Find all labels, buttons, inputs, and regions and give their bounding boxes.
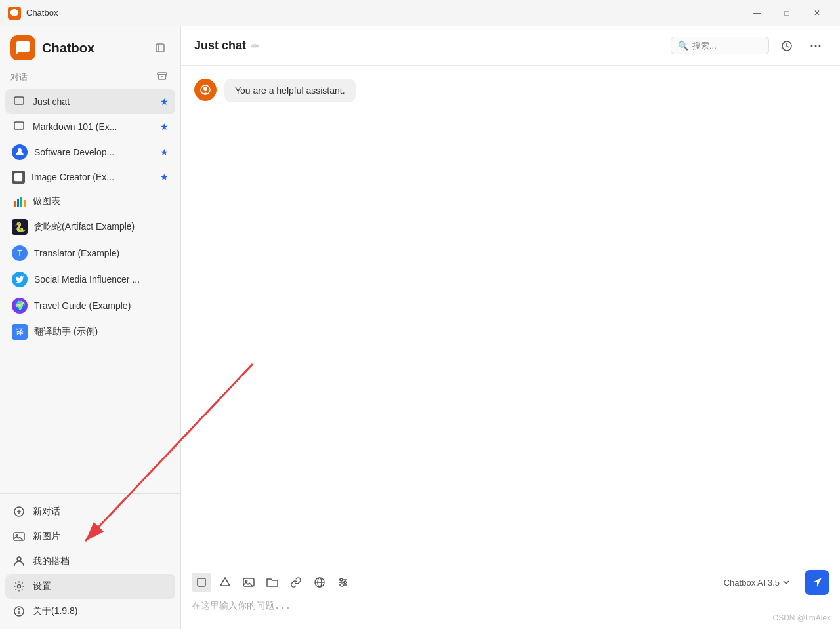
star-icon-markdown: ★	[160, 121, 169, 132]
avatar-social-media	[12, 272, 28, 287]
sidebar: Chatbox 对话	[0, 26, 181, 629]
conversations-list: Just chat ★ Markdown 101 (Ex... ★	[0, 87, 180, 493]
search-box[interactable]: 🔍	[671, 37, 769, 54]
sidebar-item-social-media[interactable]: Social Media Influencer ...	[5, 266, 175, 293]
star-icon-just-chat: ★	[160, 96, 169, 107]
image-button[interactable]	[239, 573, 259, 592]
svg-point-31	[245, 580, 247, 582]
chat-input-area: Chatbox AI 3.5	[181, 563, 840, 629]
settings-button[interactable]: 设置	[5, 574, 175, 599]
titlebar: Chatbox — □ ✕	[0, 0, 840, 26]
attach-button[interactable]	[192, 573, 211, 592]
sidebar-collapse-button[interactable]	[150, 38, 170, 58]
main-layout: Chatbox 对话	[0, 26, 840, 629]
svg-rect-0	[156, 44, 164, 52]
sidebar-item-label-image-creator: Image Creator (Ex...	[32, 172, 154, 182]
titlebar-left: Chatbox	[8, 7, 58, 20]
close-button[interactable]: ✕	[802, 0, 832, 26]
archive-button[interactable]	[154, 71, 170, 84]
maximize-button[interactable]: □	[772, 0, 802, 26]
section-label-text: 对话	[10, 71, 28, 83]
gear-icon	[12, 579, 26, 594]
chat-area: Just chat ✏ 🔍	[181, 26, 840, 629]
sidebar-item-translate-helper[interactable]: 译 翻译助手 (示例)	[5, 319, 175, 345]
sidebar-item-label-just-chat: Just chat	[33, 96, 154, 107]
svg-point-23	[811, 45, 813, 47]
svg-rect-28	[198, 578, 205, 586]
info-circle-icon	[12, 604, 26, 619]
sidebar-item-label-travel-guide: Travel Guide (Example)	[34, 300, 169, 311]
minimize-button[interactable]: —	[742, 0, 772, 26]
app-icon	[8, 7, 21, 20]
new-chat-button[interactable]: 新对话	[5, 499, 175, 524]
sidebar-item-chart[interactable]: 做图表	[5, 189, 175, 214]
my-profile-button[interactable]: 我的搭档	[5, 549, 175, 574]
new-image-button[interactable]: 新图片	[5, 524, 175, 549]
star-icon-software-dev: ★	[160, 147, 169, 157]
send-button[interactable]	[805, 570, 830, 595]
svg-rect-6	[14, 173, 22, 181]
model-selector[interactable]: Chatbox AI 3.5	[719, 575, 795, 590]
watermark: CSDN @I'mAlex	[773, 613, 831, 622]
settings-sliders-button[interactable]	[333, 573, 353, 592]
svg-point-18	[18, 585, 21, 588]
about-button[interactable]: 关于(1.9.8)	[5, 599, 175, 624]
clear-button[interactable]	[215, 573, 235, 592]
avatar-software-dev	[12, 144, 28, 160]
search-input[interactable]	[692, 41, 762, 51]
svg-point-38	[340, 578, 343, 581]
avatar-translator: T	[12, 245, 28, 261]
svg-rect-15	[14, 533, 24, 540]
svg-point-21	[18, 609, 20, 610]
chat-toolbar: Chatbox AI 3.5	[192, 570, 830, 595]
sidebar-item-label-chart: 做图表	[33, 195, 169, 207]
chat-messages: You are a helpful assistant.	[181, 66, 840, 563]
chat-header-actions: 🔍	[671, 35, 827, 57]
svg-rect-5	[14, 122, 24, 129]
sidebar-item-image-creator[interactable]: Image Creator (Ex... ★	[5, 165, 175, 189]
sidebar-item-label-snake: 贪吃蛇(Artifact Example)	[34, 221, 169, 233]
web-button[interactable]	[310, 573, 329, 592]
svg-point-24	[815, 45, 817, 47]
sidebar-item-travel-guide[interactable]: 🌍 Travel Guide (Example)	[5, 293, 175, 319]
svg-rect-10	[20, 197, 22, 207]
sidebar-logo: Chatbox	[10, 35, 94, 60]
link-button[interactable]	[286, 573, 306, 592]
chat-square-icon	[12, 94, 26, 109]
avatar-snake: 🐍	[12, 219, 28, 235]
edit-title-icon[interactable]: ✏	[251, 41, 259, 51]
sidebar-item-markdown[interactable]: Markdown 101 (Ex... ★	[5, 114, 175, 139]
chat-title-text: Just chat	[194, 39, 246, 52]
system-message-text: You are a helpful assistant.	[235, 85, 345, 96]
plus-circle-icon	[12, 504, 26, 519]
svg-point-25	[819, 45, 821, 47]
chat-square-icon-markdown	[12, 119, 26, 134]
sidebar-item-translator[interactable]: T Translator (Example)	[5, 240, 175, 266]
system-message: You are a helpful assistant.	[194, 79, 827, 102]
chat-input[interactable]	[192, 599, 830, 617]
chart-icon	[12, 194, 26, 209]
sidebar-item-snake[interactable]: 🐍 贪吃蛇(Artifact Example)	[5, 214, 175, 240]
svg-point-40	[341, 584, 343, 586]
more-options-button[interactable]	[805, 35, 827, 57]
sidebar-header: Chatbox	[0, 26, 180, 67]
svg-point-7	[16, 174, 18, 176]
sidebar-actions: 新对话 新图片 我的搭	[0, 493, 180, 629]
sidebar-item-label-software-dev: Software Develop...	[34, 147, 154, 157]
system-bubble: You are a helpful assistant.	[224, 79, 356, 102]
about-label: 关于(1.9.8)	[33, 605, 77, 617]
svg-point-39	[344, 581, 346, 584]
my-profile-label: 我的搭档	[33, 556, 70, 567]
svg-point-17	[17, 557, 21, 561]
image-plus-icon	[12, 529, 26, 544]
svg-rect-9	[17, 199, 19, 207]
profile-icon	[12, 554, 26, 569]
sidebar-item-label-translate-helper: 翻译助手 (示例)	[34, 326, 169, 338]
new-chat-label: 新对话	[33, 506, 60, 517]
folder-button[interactable]	[262, 573, 282, 592]
image-creator-icon	[12, 171, 25, 184]
settings-label: 设置	[33, 580, 51, 592]
sidebar-item-just-chat[interactable]: Just chat ★	[5, 89, 175, 114]
sidebar-item-software-dev[interactable]: Software Develop... ★	[5, 139, 175, 165]
history-button[interactable]	[776, 35, 798, 57]
